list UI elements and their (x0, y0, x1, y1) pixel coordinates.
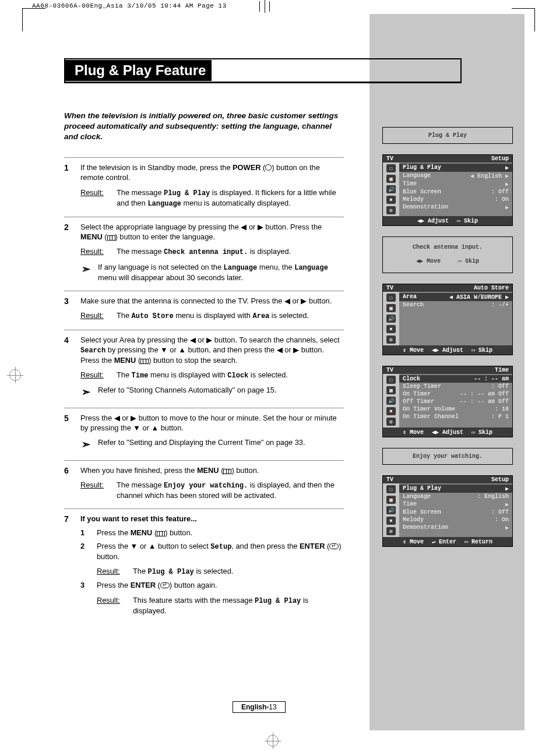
osd-screenshot-column: Plug & Play TVSetup ☐ ▦ 🔊 ✖ ⚙ Plug & Pla… (382, 127, 513, 557)
osd-setup-2: TVSetup ☐▦🔊✖⚙ Plug & Play▶Language: Engl… (382, 475, 513, 547)
osd-menu-row: Time▶ (399, 500, 512, 508)
osd-hint: ⇕ Move (403, 538, 424, 545)
osd-hint: ◀▶ Adjust (432, 429, 463, 436)
registration-mark-bottom (265, 733, 281, 749)
osd-menu-row: Melody: On (399, 516, 512, 524)
note-arrow-icon: ➣ (80, 437, 98, 451)
osd-menu-row: Language◀ English ▶ (399, 172, 512, 180)
steps-list: 1 If the television is in Standby mode, … (64, 157, 344, 624)
enter-icon (329, 543, 339, 549)
picture-icon: ▦ (386, 175, 396, 183)
intro-paragraph: When the television is initially powered… (64, 111, 344, 143)
page-number: English-13 (233, 701, 286, 713)
step-6: 6 When you have finished, press the MENU… (64, 460, 344, 509)
osd-side-icons: ☐ ▦ 🔊 ✖ ⚙ (383, 162, 399, 216)
registration-mark-left (7, 367, 23, 383)
osd-hint: ▭ Skip (471, 429, 492, 436)
osd-setup-1: TVSetup ☐ ▦ 🔊 ✖ ⚙ Plug & Play▶Language◀ … (382, 154, 513, 226)
step-4: 4 Select your Area by pressing the ◀ or … (64, 330, 344, 408)
sound-icon: 🔊 (386, 185, 396, 193)
osd-auto-store: TVAuto Store ☐▦🔊✖⚙ Area◀ ASIA W/EUROPE ▶… (382, 284, 513, 355)
section-title: Plug & Play Feature (64, 58, 462, 83)
osd-hint: ↵ Enter (432, 538, 456, 545)
step-7: 7 If you want to reset this feature... 1… (64, 508, 344, 624)
picture-icon: ▦ (386, 496, 396, 504)
sound-icon: 🔊 (386, 506, 396, 514)
osd-menu-row: Blue Screen: Off (399, 188, 512, 196)
channel-icon: ✖ (386, 407, 396, 415)
tv-icon: ☐ (386, 294, 396, 302)
sub-step-2: 2 Press the ▼ or ▲ button to select Setu… (80, 541, 344, 577)
setup-icon: ⚙ (386, 527, 396, 535)
osd-time: TVTime ☐▦🔊✖⚙ Clock-- : -- amSleep Timer:… (382, 366, 513, 437)
channel-icon: ✖ (386, 517, 396, 525)
osd-menu-row: Plug & Play▶ (399, 164, 512, 172)
tv-icon: ☐ (386, 485, 396, 493)
osd-hint: ▭ Skip (471, 347, 492, 354)
osd-hint: ◀▶ Adjust (417, 217, 449, 224)
step-3: 3 Make sure that the antenna is connecte… (64, 291, 344, 329)
power-icon (265, 164, 272, 171)
osd-hint: ⇕ Move (403, 347, 424, 354)
setup-icon: ⚙ (386, 335, 396, 344)
sound-icon: 🔊 (386, 397, 396, 405)
sub-step-3: 3 Press the ENTER () button again. Resul… (80, 580, 344, 616)
osd-hint: ▭ Skip (458, 257, 479, 264)
menu-icon (223, 469, 231, 474)
osd-hint: ◀▶ Adjust (432, 347, 463, 354)
osd-menu-row: Search: -/+ (399, 301, 512, 309)
osd-hint: ⇕ Move (403, 429, 424, 436)
picture-icon: ▦ (386, 304, 396, 312)
manual-page: AA68-03606A-00Eng_Asia 3/10/05 10:44 AM … (0, 0, 556, 756)
title-underline (64, 83, 462, 83)
osd-plug-and-play: Plug & Play (382, 127, 513, 144)
osd-menu-row: On Timer-- : -- am Off (399, 390, 512, 398)
menu-icon (107, 235, 115, 241)
channel-icon: ✖ (386, 325, 396, 333)
sub-step-1: 1 Press the MENU () button. (80, 528, 344, 538)
page-sheet: Plug & Play Feature When the television … (31, 14, 525, 730)
tv-icon: ☐ (386, 164, 396, 172)
osd-hint: ▭ Skip (457, 217, 478, 224)
note-arrow-icon: ➣ (80, 262, 98, 282)
osd-menu-row: Sleep Timer: Off (399, 383, 512, 390)
setup-icon: ⚙ (386, 206, 396, 214)
osd-menu-row: Demonstration▶ (399, 524, 512, 532)
note-arrow-icon: ➣ (80, 385, 98, 399)
setup-icon: ⚙ (386, 418, 396, 426)
osd-hint: ▭ Return (464, 538, 492, 545)
osd-menu-row: Time▶ (399, 180, 512, 188)
step-2: 2 Select the appropriate language by pre… (64, 217, 344, 291)
osd-hint: ◀▶ Move (416, 257, 441, 264)
osd-menu-row: Demonstration▶ (399, 203, 512, 211)
menu-icon (140, 359, 149, 364)
osd-enjoy: Enjoy your watching. (382, 448, 513, 465)
osd-check-antenna: Check antenna input. ◀▶ Move▭ Skip (382, 236, 513, 273)
osd-menu-row: On Timer Volume: 10 (399, 405, 512, 413)
result-label: Result: (80, 188, 117, 209)
osd-menu-row: On Timer Channel: P 1 (399, 413, 512, 421)
menu-icon (157, 531, 165, 536)
slug-mark (259, 1, 270, 12)
osd-menu-row: Off Timer-- : -- am Off (399, 398, 512, 405)
osd-menu-row: Clock-- : -- am (399, 375, 512, 383)
sound-icon: 🔊 (386, 315, 396, 323)
picture-icon: ▦ (386, 386, 396, 394)
section-title-text: Plug & Play Feature (65, 60, 212, 81)
osd-menu-row: Melody: On (399, 196, 512, 203)
osd-menu-row: Plug & Play▶ (399, 485, 512, 493)
osd-menu-row: Area◀ ASIA W/EUROPE ▶ (399, 293, 512, 301)
enter-icon (160, 582, 170, 588)
step-5: 5 Press the ◀ or ▶ button to move to the… (64, 408, 344, 460)
step-1: 1 If the television is in Standby mode, … (64, 157, 344, 217)
tv-icon: ☐ (386, 376, 396, 384)
channel-icon: ✖ (386, 196, 396, 204)
slug-line: AA68-03606A-00Eng_Asia 3/10/05 10:44 AM … (32, 2, 227, 9)
osd-menu-row: Language: English (399, 493, 512, 500)
osd-menu-row: Blue Screen: Off (399, 508, 512, 516)
